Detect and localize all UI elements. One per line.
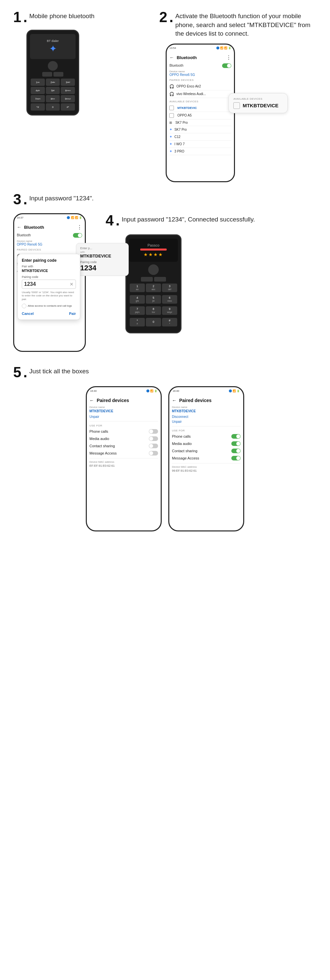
p-key-2: 2abc [146,283,161,292]
android1-avail-0-name: MTKBTDEVIC [177,106,197,110]
paired-left-calls: Phone calls [89,430,108,433]
passco-screen: Passco ★★★★ [129,239,178,262]
passco-brand: Passco [148,243,159,247]
step5-phones-row: 16:40 🔵 📶 🔋 ← Paired devices Device name… [13,386,317,531]
paired-right-disconnect[interactable]: Disconnect [172,415,241,418]
paired-left-back[interactable]: ← [89,398,94,403]
android1-avail-2-name: SK7 Pro [175,121,187,124]
paired-left-msg-row: Message Access [89,451,158,455]
key-7: 7 pqrs [31,95,45,102]
sc-device: MTKBTDEVICE [80,253,124,258]
paired-right-contact-toggle[interactable] [231,449,241,453]
paired-right-calls: Phone calls [172,434,191,438]
sc-with: with [80,251,124,253]
phone1-nav-row [30,72,76,76]
dialog-pair-with: Pair with [22,265,76,268]
android1-avail-5[interactable]: ✦ I WO 7 [169,141,231,148]
android2-appbar: ← Bluetooth ⋮ [17,224,82,231]
paired-left-title: Paired devices [97,398,129,403]
android2-paired-label: PAIRED DEVICES [17,248,82,251]
phone1-screen: BT dialer ✦ [30,34,76,59]
phone1-label: BT dialer [47,39,59,43]
pair-button[interactable]: Pair [69,312,76,315]
paired-right-mac-label: Device MAC address [172,465,241,468]
key-9: 9 wxyz [61,95,75,102]
sc-enter-label: Enter p... [80,247,124,250]
p-key-1: 1ao [130,283,145,292]
step2-title: Activate the Bluetooth function of your … [175,10,317,38]
device-icon-1 [169,113,174,118]
paired-right-media-toggle[interactable] [231,441,241,446]
paired-left-unpair[interactable]: Unpair [89,415,158,418]
android1-avail-3-name: SK7 Pro [174,128,186,131]
bt-icon-6: ✦ [169,149,172,153]
android1-avail-1[interactable]: OPPO A5 [169,112,231,119]
android1-device-name-label: Device name [169,70,231,73]
paired-left-msg-toggle[interactable] [149,451,158,455]
android1-more[interactable]: ⋮ [226,54,231,61]
phone1-nav-btn-right [54,72,63,76]
android2-bt-toggle[interactable] [73,233,82,238]
android2-device-label: Device name [17,240,82,243]
android1-back[interactable]: ← [169,55,174,60]
step4-title: Input password "1234", Connected success… [122,213,255,224]
android1-avail-2[interactable]: ⊞ SK7 Pro [169,119,231,126]
steps-1-2-section: 1. Mobile phone bluetooth BT dialer ✦ [13,10,317,182]
headphone-icon-2: 🎧 [169,92,174,96]
p-key-5: 5jkl [146,295,161,304]
passco-nav-right [154,277,166,282]
cancel-button[interactable]: Cancel [22,312,34,315]
android2-screen: ← Bluetooth ⋮ Bluetooth Device name OPPO… [14,221,85,351]
headphone-icon-1: 🎧 [169,84,174,89]
passco-phone: Passco ★★★★ 1ao 2abc 3def 4ghi 5jk [125,234,181,333]
android1-avail-1-name: OPPO A5 [177,113,191,117]
p-key-3: 3def [162,283,177,292]
paired-right-mac: 99:EF:91:E0:62:61 [172,469,241,473]
bt-icon-4: ✦ [169,135,172,139]
p-key-6: 6mno [162,295,177,304]
passco-phone-wrap: Passco ★★★★ 1ao 2abc 3def 4ghi 5jk [125,234,317,333]
paired-left-media-toggle[interactable] [149,436,158,441]
key-hash: #* [61,103,75,111]
pairing-dialog: Enter pairing code Pair with MTKBTDEVICE… [17,254,80,320]
dialog-note: Usually '0000' or '1234'. You might also… [22,291,76,301]
step4-col: 4. Input password "1234", Connected succ… [106,213,317,333]
dialog-checkbox[interactable] [22,304,26,308]
paired-left-calls-toggle[interactable] [149,429,158,434]
callout-device-icon [233,102,240,109]
paired-right-back[interactable]: ← [172,398,176,403]
android-phone-2: 16:37 🔵 📶 📶 🔋 ← Bluetooth ⋮ Bluetooth De [13,213,86,352]
phone1-nav-center [48,61,58,71]
paired-right-unpair[interactable]: Unpair [172,420,241,423]
android1-avail-3[interactable]: ✦ SK7 Pro [169,126,231,134]
paired-right-status: 16:40 🔵 📶 🔋 [169,387,243,395]
paired-right-calls-toggle[interactable] [231,434,241,439]
android2-status-bar: 16:37 🔵 📶 📶 🔋 [14,214,85,221]
step2-col: 2. Activate the Bluetooth function of yo… [159,10,317,182]
android2-more[interactable]: ⋮ [77,224,82,231]
sc-code: 1234 [80,264,124,272]
android1-paired-2-name: vivo Wireless Audi... [176,92,206,96]
step5-title: Just tick all the boxes [29,365,89,376]
android1-avail-6[interactable]: ✦ 3 PRO [169,148,231,155]
bt-icon-5: ✦ [169,142,172,146]
android1-avail-4[interactable]: ✦ C12 [169,134,231,141]
dialog-code-wrap: 1234 ✕ [22,280,76,289]
android1-bt-toggle-row: Bluetooth [169,64,231,68]
callout-device-row: MTKBTDEVICE [233,102,283,109]
android2-device-wrap: Device name OPPO Reno6 5G [17,240,82,246]
dialog-title: Enter pairing code [22,258,76,263]
step3-number: 3 [13,192,21,207]
android2-back[interactable]: ← [17,224,21,230]
android1-avail-0[interactable]: MTKBTDEVIC [169,104,231,112]
paired-left-bar: ← Paired devices [89,398,158,403]
paired-left-contact-toggle[interactable] [149,444,158,448]
android1-time: 13:54 [169,46,176,49]
phone1-keypad: 1 ao 2 abc 3 def 4 ghi 5 jkl 6 mno 7 pqr… [30,78,76,111]
paired-right-msg-toggle[interactable] [231,456,241,460]
step3-header: 3. Input password "1234". [13,192,145,207]
key-3: 3 def [61,78,75,86]
dialog-clear-icon[interactable]: ✕ [70,282,74,287]
divider-3 [172,426,241,426]
android1-bt-toggle[interactable] [222,64,231,68]
